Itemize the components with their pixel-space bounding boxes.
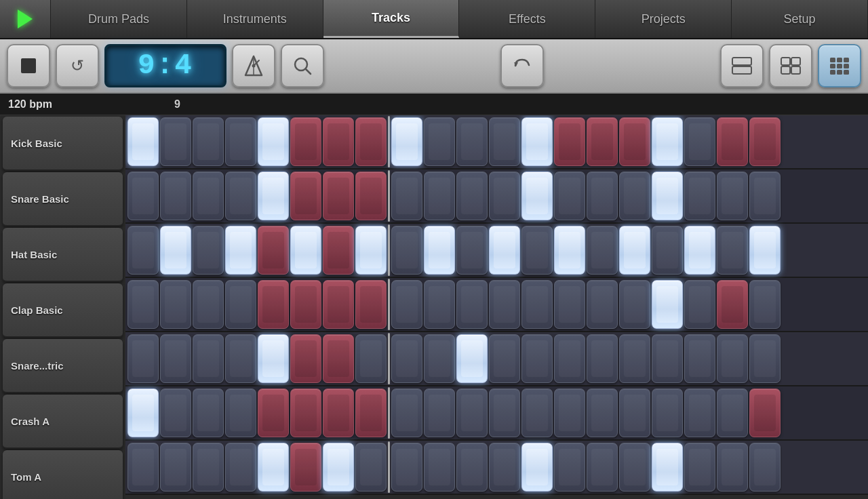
beat-cell[interactable] (456, 334, 488, 383)
track-label-snare-tric[interactable]: Snare...tric (3, 339, 123, 393)
beat-cell[interactable] (290, 117, 321, 166)
beat-cell[interactable] (424, 388, 455, 437)
beat-cell[interactable] (355, 226, 387, 275)
track-label-tom-a[interactable]: Tom A (3, 450, 123, 499)
beat-cell[interactable] (127, 226, 159, 275)
beat-cell[interactable] (193, 117, 224, 166)
beat-cell[interactable] (684, 172, 715, 220)
beat-cell[interactable] (521, 226, 553, 275)
beat-cell[interactable] (554, 334, 585, 383)
beat-cell[interactable] (619, 226, 650, 275)
beat-cell[interactable] (684, 388, 715, 437)
beat-cell[interactable] (456, 117, 488, 166)
beat-cell[interactable] (619, 388, 650, 437)
beat-cell[interactable] (717, 443, 748, 492)
beat-cell[interactable] (225, 172, 256, 220)
beat-cell[interactable] (652, 280, 683, 329)
beat-cell[interactable] (749, 226, 781, 275)
beat-cell[interactable] (652, 226, 683, 275)
beat-cell[interactable] (717, 172, 748, 220)
tab-projects[interactable]: Projects (595, 0, 732, 38)
beat-cell[interactable] (456, 226, 488, 275)
track-label-clap-basic[interactable]: Clap Basic (3, 283, 123, 338)
beat-cell[interactable] (684, 226, 715, 275)
track-label-kick-basic[interactable]: Kick Basic (3, 117, 123, 171)
beat-cell[interactable] (456, 172, 488, 220)
tab-drum-pads[interactable]: Drum Pads (51, 0, 187, 38)
beat-cell[interactable] (391, 117, 422, 166)
beat-cell[interactable] (424, 117, 455, 166)
beat-cell[interactable] (489, 280, 520, 329)
beat-cell[interactable] (355, 117, 387, 166)
beat-cell[interactable] (587, 443, 618, 492)
beat-cell[interactable] (290, 388, 321, 437)
beat-cell[interactable] (160, 443, 191, 492)
beat-cell[interactable] (323, 334, 354, 383)
grid-view-3-button[interactable] (818, 44, 861, 87)
loop-button[interactable]: ↺ (56, 44, 99, 87)
beat-cell[interactable] (424, 443, 455, 492)
beat-cell[interactable] (391, 334, 422, 383)
beat-cell[interactable] (424, 334, 455, 383)
beat-cell[interactable] (323, 117, 354, 166)
beat-cell[interactable] (355, 334, 387, 383)
grid-view-1-button[interactable] (720, 44, 764, 87)
beat-cell[interactable] (127, 172, 159, 220)
beat-cell[interactable] (717, 226, 748, 275)
beat-cell[interactable] (391, 172, 422, 220)
beat-cell[interactable] (258, 172, 289, 220)
beat-cell[interactable] (587, 280, 618, 329)
beat-cell[interactable] (323, 172, 354, 220)
beat-cell[interactable] (684, 443, 715, 492)
beat-cell[interactable] (652, 117, 683, 166)
beat-cell[interactable] (749, 280, 781, 329)
beat-cell[interactable] (554, 226, 585, 275)
beat-cell[interactable] (225, 280, 256, 329)
beat-cell[interactable] (391, 226, 422, 275)
beat-cell[interactable] (521, 172, 553, 220)
beat-cell[interactable] (127, 388, 159, 437)
beat-cell[interactable] (225, 226, 256, 275)
search-button[interactable] (281, 44, 324, 87)
beat-cell[interactable] (521, 117, 553, 166)
tab-instruments[interactable]: Instruments (187, 0, 323, 38)
beat-cell[interactable] (587, 388, 618, 437)
beat-cell[interactable] (521, 388, 553, 437)
beat-cell[interactable] (489, 172, 520, 220)
beat-cell[interactable] (489, 443, 520, 492)
beat-cell[interactable] (160, 117, 191, 166)
beat-cell[interactable] (652, 334, 683, 383)
undo-button[interactable] (500, 44, 544, 87)
beat-cell[interactable] (587, 226, 618, 275)
beat-cell[interactable] (225, 443, 256, 492)
beat-cell[interactable] (489, 334, 520, 383)
beat-cell[interactable] (391, 280, 422, 329)
beat-cell[interactable] (684, 280, 715, 329)
tab-tracks[interactable]: Tracks (323, 0, 460, 38)
beat-cell[interactable] (323, 226, 354, 275)
beat-cell[interactable] (258, 280, 289, 329)
beat-cell[interactable] (456, 443, 488, 492)
beat-cell[interactable] (290, 334, 321, 383)
beat-cell[interactable] (424, 172, 455, 220)
beat-cell[interactable] (424, 280, 455, 329)
beat-cell[interactable] (323, 280, 354, 329)
beat-cell[interactable] (258, 117, 289, 166)
beat-cell[interactable] (193, 280, 224, 329)
beat-cell[interactable] (489, 117, 520, 166)
beat-cell[interactable] (258, 334, 289, 383)
beat-cell[interactable] (193, 226, 224, 275)
beat-cell[interactable] (225, 388, 256, 437)
beat-cell[interactable] (619, 443, 650, 492)
beat-cell[interactable] (749, 443, 781, 492)
beat-cell[interactable] (521, 334, 553, 383)
beat-cell[interactable] (489, 226, 520, 275)
beat-cell[interactable] (258, 388, 289, 437)
beat-cell[interactable] (160, 388, 191, 437)
beat-cell[interactable] (554, 117, 585, 166)
beat-cell[interactable] (489, 388, 520, 437)
beat-cell[interactable] (193, 443, 224, 492)
beat-cell[interactable] (127, 117, 159, 166)
play-button[interactable] (0, 0, 51, 38)
beat-cell[interactable] (290, 443, 321, 492)
